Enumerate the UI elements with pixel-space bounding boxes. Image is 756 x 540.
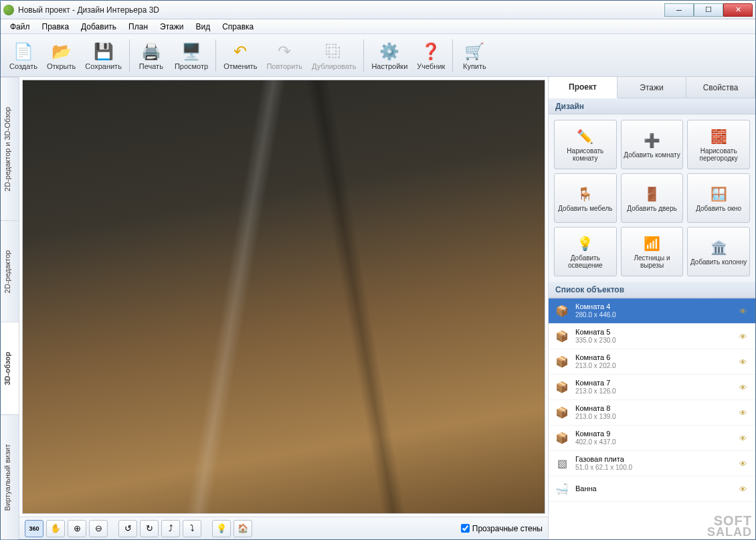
new-file-icon: 📄 [13, 41, 34, 62]
object-item[interactable]: 📦 Комната 8 213.0 x 139.0 👁 [549, 400, 755, 426]
pencil-icon: ✏️ [576, 127, 595, 146]
create-button[interactable]: 📄Создать [5, 36, 42, 75]
tab-virtual-visit[interactable]: Виртуальный визит [1, 414, 19, 539]
duplicate-button[interactable]: ⿻Дублировать [307, 36, 361, 75]
rotate-right-icon: ↻ [146, 523, 153, 533]
object-name: Газовая плита [575, 455, 739, 464]
object-item[interactable]: 📦 Комната 6 213.0 x 202.0 👁 [549, 349, 755, 375]
object-dimensions: 402.0 x 437.0 [575, 438, 739, 446]
print-icon: 🖨️ [140, 41, 162, 62]
rotate-right-button[interactable]: ↻ [140, 520, 159, 537]
light-toggle-button[interactable]: 💡 [212, 520, 231, 537]
visibility-icon[interactable]: 👁 [739, 383, 750, 391]
home-view-button[interactable]: 🏠 [233, 520, 252, 537]
object-icon: 📦 [554, 379, 570, 395]
zoom-out-button[interactable]: ⊖ [89, 520, 108, 537]
object-icon: 📦 [554, 430, 570, 446]
visibility-icon[interactable]: 👁 [739, 434, 750, 442]
tilt-down-button[interactable]: ⤵ [183, 520, 201, 537]
menu-plan[interactable]: План [123, 21, 153, 33]
visibility-icon[interactable]: 👁 [739, 485, 750, 493]
object-name: Комната 6 [575, 353, 739, 362]
object-icon: 🛁 [554, 481, 570, 497]
menu-help[interactable]: Справка [217, 21, 259, 33]
object-item[interactable]: 🛁 Ванна 👁 [549, 476, 755, 502]
save-button[interactable]: 💾Сохранить [80, 36, 126, 75]
rotate-left-icon: ↺ [124, 523, 132, 533]
object-item[interactable]: 📦 Комната 5 335.0 x 230.0 👁 [549, 324, 755, 349]
preview-button[interactable]: 🖥️Просмотр [170, 36, 213, 75]
object-list[interactable]: 📦 Комната 4 280.0 x 446.0 👁 📦 Комната 5 … [549, 298, 755, 539]
close-button[interactable]: ✕ [723, 3, 753, 17]
object-item[interactable]: 📦 Комната 4 280.0 x 446.0 👁 [549, 298, 755, 324]
minimize-button[interactable]: ─ [664, 3, 694, 17]
gear-icon: ⚙️ [379, 41, 400, 62]
visibility-icon[interactable]: 👁 [739, 358, 750, 366]
tab-properties[interactable]: Свойства [686, 77, 755, 98]
menu-edit[interactable]: Правка [37, 21, 75, 33]
tab-3d-view[interactable]: 3D-обзор [1, 322, 19, 414]
undo-button[interactable]: ↶Отменить [219, 36, 262, 75]
brick-icon: 🧱 [709, 127, 728, 146]
add-window-button[interactable]: 🪟Добавить окно [687, 173, 750, 223]
rotate-left-button[interactable]: ↺ [118, 520, 137, 537]
duplicate-icon: ⿻ [323, 41, 345, 62]
menu-floors[interactable]: Этажи [155, 21, 189, 33]
object-icon: 📦 [554, 405, 570, 421]
menu-file[interactable]: Файл [5, 21, 35, 33]
tilt-down-icon: ⤵ [190, 523, 195, 533]
objects-section-header: Список объектов [549, 282, 755, 298]
add-door-button[interactable]: 🚪Добавить дверь [621, 173, 684, 223]
print-button[interactable]: 🖨️Печать [132, 36, 170, 75]
object-item[interactable]: ▧ Газовая плита 51.0 x 62.1 x 100.0 👁 [549, 451, 755, 476]
tab-2d-and-3d[interactable]: 2D-редактор и 3D-Обзор [1, 77, 19, 220]
add-light-button[interactable]: 💡Добавить освещение [554, 227, 617, 276]
add-column-button[interactable]: 🏛️Добавить колонну [687, 227, 750, 276]
undo-icon: ↶ [229, 41, 251, 62]
tab-floors[interactable]: Этажи [618, 77, 686, 98]
open-button[interactable]: 📂Открыть [42, 36, 80, 75]
visibility-icon[interactable]: 👁 [739, 307, 750, 315]
object-dimensions: 280.0 x 446.0 [575, 311, 739, 319]
object-icon: 📦 [554, 354, 570, 370]
draw-room-button[interactable]: ✏️Нарисовать комнату [554, 120, 617, 169]
maximize-button[interactable]: ☐ [694, 3, 723, 17]
redo-button[interactable]: ↷Повторить [262, 36, 307, 75]
home-icon: 🏠 [238, 523, 248, 533]
object-dimensions: 213.0 x 202.0 [575, 362, 739, 370]
buy-button[interactable]: 🛒Купить [456, 36, 493, 75]
menu-view[interactable]: Вид [190, 21, 215, 33]
column-icon: 🏛️ [709, 238, 728, 257]
toolbar: 📄Создать 📂Открыть 💾Сохранить 🖨️Печать 🖥️… [1, 34, 755, 77]
view-360-button[interactable]: 360 [25, 520, 43, 537]
tab-project[interactable]: Проект [549, 77, 618, 98]
transparent-walls-checkbox[interactable] [461, 524, 470, 533]
settings-button[interactable]: ⚙️Настройки [367, 36, 412, 75]
add-furniture-button[interactable]: 🪑Добавить мебель [554, 173, 617, 223]
visibility-icon[interactable]: 👁 [739, 333, 750, 341]
monitor-icon: 🖥️ [181, 41, 202, 62]
object-item[interactable]: 📦 Комната 9 402.0 x 437.0 👁 [549, 426, 755, 451]
zoom-in-button[interactable]: ⊕ [68, 520, 86, 537]
zoom-in-icon: ⊕ [74, 523, 81, 533]
left-view-tabs: 2D-редактор и 3D-Обзор 2D-редактор 3D-об… [1, 77, 19, 539]
visibility-icon[interactable]: 👁 [739, 460, 750, 468]
tilt-up-icon: ⤴ [169, 523, 173, 533]
object-item[interactable]: 📦 Комната 7 213.0 x 126.0 👁 [549, 375, 755, 400]
window-title: Новый проект - Дизайн Интерьера 3D [18, 5, 664, 15]
menu-add[interactable]: Добавить [76, 21, 122, 33]
tab-2d-editor[interactable]: 2D-редактор [1, 220, 19, 322]
pan-button[interactable]: ✋ [46, 520, 65, 537]
separator [363, 39, 364, 72]
3d-viewport[interactable] [22, 80, 545, 514]
add-room-button[interactable]: ➕Добавить комнату [621, 120, 684, 169]
separator [215, 39, 216, 72]
zoom-out-icon: ⊖ [95, 523, 102, 533]
object-name: Комната 9 [575, 430, 739, 438]
visibility-icon[interactable]: 👁 [739, 409, 750, 417]
transparent-walls-check[interactable]: Прозрачные стены [461, 524, 543, 533]
stairs-button[interactable]: 📶Лестницы и вырезы [621, 227, 684, 276]
tutorial-button[interactable]: ❓Учебник [412, 36, 450, 75]
draw-partition-button[interactable]: 🧱Нарисовать перегородку [687, 120, 750, 169]
tilt-up-button[interactable]: ⤴ [161, 520, 180, 537]
